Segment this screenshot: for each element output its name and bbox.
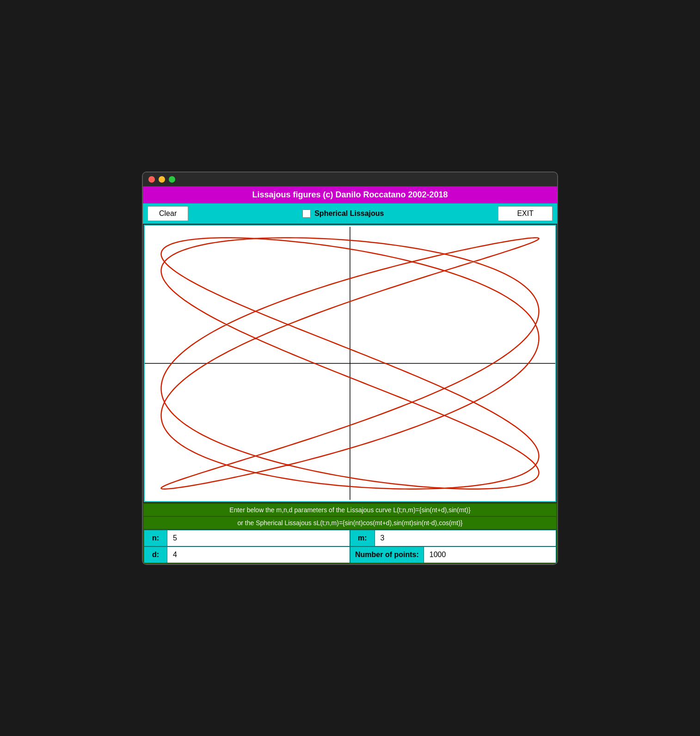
param-d-row: d:	[144, 546, 350, 563]
lissajous-canvas	[145, 226, 555, 501]
param-n-row: n:	[144, 530, 350, 546]
params-inputs: n: m: d: Number of points:	[144, 529, 556, 563]
toolbar-left: Clear	[147, 206, 188, 221]
canvas-area	[144, 225, 556, 502]
toolbar-right: EXIT	[498, 206, 553, 221]
params-info-1-text: Enter below the m,n,d parameters of the …	[229, 506, 470, 514]
close-button[interactable]	[148, 176, 155, 183]
params-info-row-1: Enter below the m,n,d parameters of the …	[144, 504, 556, 516]
title-bar	[143, 172, 557, 186]
params-section: Enter below the m,n,d parameters of the …	[143, 503, 557, 564]
spherical-checkbox[interactable]	[302, 209, 311, 218]
toolbar-center: Spherical Lissajous	[302, 209, 384, 218]
exit-button[interactable]: EXIT	[498, 206, 553, 221]
minimize-button[interactable]	[159, 176, 165, 183]
param-points-label: Number of points:	[350, 547, 424, 563]
clear-button[interactable]: Clear	[147, 206, 188, 221]
param-points-input[interactable]	[424, 547, 556, 563]
maximize-button[interactable]	[169, 176, 175, 183]
app-title-bar: Lissajous figures (c) Danilo Roccatano 2…	[143, 186, 557, 203]
param-m-label: m:	[350, 530, 375, 546]
param-n-label: n:	[144, 530, 167, 546]
spherical-label-text: Spherical Lissajous	[314, 209, 384, 218]
param-points-row: Number of points:	[350, 546, 556, 563]
app-window: Lissajous figures (c) Danilo Roccatano 2…	[142, 172, 558, 565]
app-title-text: Lissajous figures (c) Danilo Roccatano 2…	[252, 190, 448, 199]
param-d-input[interactable]	[167, 547, 350, 563]
spherical-checkbox-label[interactable]: Spherical Lissajous	[302, 209, 384, 218]
param-d-label: d:	[144, 547, 167, 563]
param-m-input[interactable]	[375, 530, 556, 546]
params-info-row-2: or the Spherical Lissajous sL(t;n,m)={si…	[144, 517, 556, 529]
param-m-row: m:	[350, 530, 556, 546]
toolbar: Clear Spherical Lissajous EXIT	[143, 203, 557, 224]
param-n-input[interactable]	[167, 530, 350, 546]
params-info-2-text: or the Spherical Lissajous sL(t;n,m)={si…	[237, 519, 462, 527]
